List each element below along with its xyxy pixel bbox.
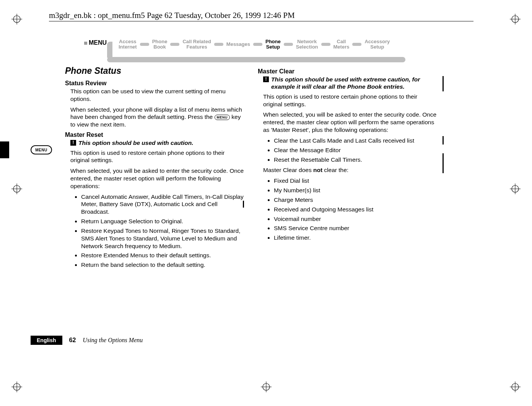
page-footer: English 62 Using the Options Menu [31, 336, 143, 345]
caution-note: ! This option should be used with extrem… [263, 76, 438, 91]
menu-connector-icon [352, 43, 361, 46]
menu-root-label: MENU [84, 39, 115, 46]
warning-icon: ! [70, 140, 76, 146]
caution-note: ! This option should be used with cautio… [70, 139, 245, 146]
body-text: When selected, your phone will display a… [70, 106, 245, 128]
crop-mark-icon [261, 382, 272, 392]
menu-connector-icon [321, 43, 330, 46]
menu-connector-icon [284, 43, 293, 46]
menu-connector-icon [140, 43, 149, 46]
list-item: Voicemail number [274, 215, 438, 223]
body-text: When selected, you will be asked to ente… [70, 167, 245, 190]
menu-breadcrumb-item: Network Selection [296, 39, 318, 50]
body-text: When selected, you will be asked to ente… [263, 111, 438, 133]
language-tab: English [31, 336, 62, 345]
list-item: Restore Keypad Tones to Normal, Ringer T… [81, 227, 245, 250]
list-item: Clear the Last Calls Made and Last Calls… [274, 137, 438, 145]
header-rule [49, 21, 473, 21]
heading-master-clear: Master Clear [258, 68, 438, 75]
crop-mark-icon [11, 382, 22, 392]
right-column: Master Clear ! This option should be use… [258, 66, 438, 272]
list-item: Return Language Selection to Original. [81, 218, 245, 225]
body-text: Master Clear does not clear the: [263, 166, 438, 174]
list-item: My Number(s) list [274, 187, 438, 194]
crop-mark-icon [510, 14, 521, 24]
bullet-list: Cancel Automatic Answer, Audible Call Ti… [70, 193, 245, 269]
body-text: This option can be used to view the curr… [70, 88, 245, 103]
body-text: This option is used to restore certain p… [70, 149, 245, 164]
running-head: m3gdr_en.bk : opt_menu.fm5 Page 62 Tuesd… [49, 11, 295, 20]
list-item: Charge Meters [274, 196, 438, 204]
section-title: Phone Status [65, 66, 245, 76]
menu-key-icon: MENU [31, 145, 52, 154]
menu-breadcrumb-item: Messages [226, 42, 250, 47]
list-item: Reset the Resettable Call Timers. [274, 156, 438, 164]
list-item: SMS Service Centre number [274, 224, 438, 232]
change-bar-icon [243, 201, 244, 208]
bullet-list: Fixed Dial listMy Number(s) listCharge M… [263, 177, 438, 242]
menu-connector-icon [253, 43, 262, 46]
body-text: This option is used to restore certain p… [263, 93, 438, 108]
list-item: Restore Extended Menus to their default … [81, 252, 245, 259]
menu-key-icon: MENU [215, 115, 230, 120]
menu-breadcrumb-item: Call Meters [334, 39, 350, 50]
bullet-list: Clear the Last Calls Made and Last Calls… [263, 137, 438, 163]
crop-mark-icon [510, 382, 521, 392]
menu-breadcrumb: MENU Access InternetPhone BookCall Relat… [84, 36, 405, 62]
list-item: Lifetime timer. [274, 234, 438, 242]
menu-breadcrumb-item: Phone Setup [265, 39, 281, 50]
thumb-tab-icon [0, 141, 9, 158]
menu-connector-icon [214, 43, 223, 46]
list-item: Clear the Message Editor [274, 146, 438, 154]
heading-master-reset: Master Reset [65, 132, 245, 138]
crop-mark-icon [11, 14, 22, 24]
chapter-title: Using the Options Menu [83, 337, 143, 344]
list-item: Received and Outgoing Messages list [274, 206, 438, 213]
crop-mark-icon [11, 184, 22, 194]
heading-status-review: Status Review [65, 80, 245, 87]
change-bar-icon [443, 76, 444, 91]
warning-icon: ! [263, 76, 269, 82]
menu-connector-icon [170, 43, 179, 46]
menu-breadcrumb-item: Phone Book [152, 39, 168, 50]
change-bar-icon [443, 153, 444, 173]
list-item: Cancel Automatic Answer, Audible Call Ti… [81, 193, 245, 216]
page-body: Phone Status Status Review This option c… [65, 66, 447, 272]
page-number: 62 [69, 337, 76, 344]
change-bar-icon [443, 136, 444, 145]
menu-breadcrumb-item: Call Related Features [182, 39, 211, 50]
list-item: Return the band selection to the default… [81, 261, 245, 269]
left-column: Phone Status Status Review This option c… [65, 66, 245, 272]
crop-mark-icon [510, 184, 521, 194]
menu-breadcrumb-item: Accessory Setup [364, 39, 390, 50]
list-item: Fixed Dial list [274, 177, 438, 185]
menu-breadcrumb-item: Access Internet [119, 39, 137, 50]
